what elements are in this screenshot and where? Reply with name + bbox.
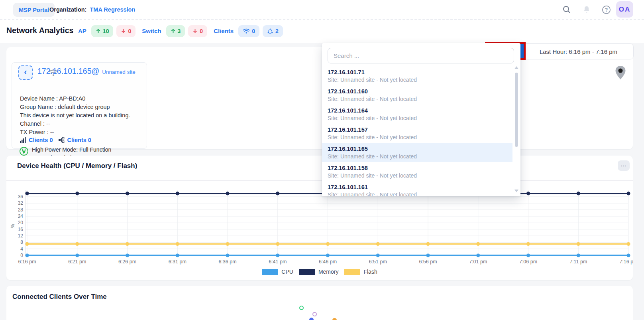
- device-name: Device Name : AP-BD:A0: [20, 95, 85, 102]
- group-name: Group Name : default device group: [20, 104, 110, 110]
- legend-item[interactable]: Memory: [299, 269, 339, 275]
- device-option-list: 172.16.101.71Site: Unnamed site - Not ye…: [322, 66, 512, 196]
- organization-label: Organization:: [49, 6, 86, 13]
- user-avatar[interactable]: OA: [616, 1, 633, 18]
- device-site-link[interactable]: Unnamed site: [102, 69, 135, 75]
- clients-wired-badge: 2: [263, 25, 283, 37]
- organization-name-link[interactable]: TMA Regression: [90, 6, 135, 13]
- notifications-bell-icon[interactable]: [581, 4, 593, 16]
- channel-value: Channel : --: [20, 120, 50, 127]
- device-stats: AP 10 0 Switch 3 0 Clients 0: [78, 20, 283, 42]
- map-pin-icon: [615, 65, 626, 80]
- msp-portal-button[interactable]: MSP Portal: [13, 3, 55, 17]
- svg-text:7:06 pm: 7:06 pm: [519, 259, 537, 265]
- device-option[interactable]: 172.16.101.158Site: Unnamed site - Not y…: [322, 162, 512, 181]
- device-health-card: Device Health (CPU / Memory / Flash) ...…: [6, 156, 633, 280]
- svg-text:24: 24: [18, 213, 24, 219]
- svg-text:7:11 pm: 7:11 pm: [569, 259, 587, 265]
- device-option-ip: 172.16.101.165: [328, 145, 512, 153]
- arrow-up-icon: [171, 28, 176, 34]
- wifi-icon: [243, 28, 250, 34]
- device-option-site: Site: Unnamed site - Not yet located: [328, 172, 512, 180]
- clients-row: Clients 0 Clients 0: [20, 137, 91, 143]
- page-header: Network Analytics AP 10 0 Switch 3 0 Cli…: [0, 20, 644, 43]
- scrollbar-thumb[interactable]: [515, 73, 518, 147]
- tx-power-value: TX Power : --: [20, 129, 54, 135]
- svg-text:6:16 pm: 6:16 pm: [18, 259, 36, 265]
- device-option[interactable]: 172.16.101.165Site: Unnamed site - Not y…: [322, 143, 512, 162]
- svg-text:8: 8: [20, 239, 23, 245]
- ap-up-badge: 10: [91, 25, 114, 37]
- wireless-clients-link[interactable]: Clients 0: [29, 137, 53, 143]
- device-search-input[interactable]: [328, 48, 514, 63]
- legend-swatch: [299, 269, 315, 275]
- svg-text:?: ?: [605, 7, 608, 12]
- device-option-site: Site: Unnamed site - Not yet located: [328, 76, 512, 84]
- time-range-selector[interactable]: Last Hour: 6:16 pm - 7:16 pm: [523, 43, 634, 59]
- svg-text:7:16 pm: 7:16 pm: [619, 259, 633, 265]
- legend-item[interactable]: CPU: [262, 269, 293, 275]
- loader-dot: [332, 318, 337, 320]
- device-dropdown-panel: 172.16.101.71Site: Unnamed site - Not ye…: [322, 43, 520, 196]
- organization-row: Organization: TMA Regression: [49, 0, 135, 19]
- device-option[interactable]: 172.16.101.161Site: Unnamed site - Not y…: [322, 181, 512, 196]
- device-overview-card: ‹ 172.16.101.165@ Unnamed site Device Na…: [6, 47, 633, 149]
- back-button[interactable]: ‹: [18, 65, 33, 80]
- svg-text:32: 32: [18, 200, 24, 206]
- svg-text:6:51 pm: 6:51 pm: [369, 259, 387, 265]
- legend-swatch: [262, 269, 278, 275]
- loader-dot: [309, 318, 314, 320]
- ap-down-badge: 0: [116, 25, 135, 37]
- device-option-site: Site: Unnamed site - Not yet located: [328, 191, 512, 196]
- chart-legend: CPUMemoryFlash: [6, 269, 633, 275]
- device-option-ip: 172.16.101.164: [328, 107, 512, 115]
- location-note: This device is not yet located on a buil…: [20, 112, 130, 119]
- svg-text:6:46 pm: 6:46 pm: [319, 259, 337, 265]
- search-icon[interactable]: [561, 4, 573, 16]
- loader-dot: [312, 312, 317, 316]
- svg-text:28: 28: [18, 207, 24, 213]
- svg-text:6:41 pm: 6:41 pm: [269, 259, 287, 265]
- svg-text:0: 0: [20, 253, 23, 258]
- device-option-site: Site: Unnamed site - Not yet located: [328, 153, 512, 160]
- power-plug-icon: [19, 146, 29, 156]
- scroll-down-arrow-icon[interactable]: [514, 190, 518, 192]
- wired-clients-link[interactable]: Clients 0: [67, 137, 91, 143]
- svg-text:6:31 pm: 6:31 pm: [169, 259, 187, 265]
- svg-text:6:21 pm: 6:21 pm: [68, 259, 86, 265]
- svg-text:7:01 pm: 7:01 pm: [469, 259, 487, 265]
- scroll-up-arrow-icon[interactable]: [514, 66, 518, 69]
- ap-label: AP: [78, 28, 86, 34]
- clients-label: Clients: [214, 28, 234, 34]
- device-option[interactable]: 172.16.101.164Site: Unnamed site - Not y…: [322, 105, 512, 124]
- device-option-ip: 172.16.101.160: [328, 88, 512, 95]
- device-option[interactable]: 172.16.101.71Site: Unnamed site - Not ye…: [322, 66, 512, 85]
- device-option-site: Site: Unnamed site - Not yet located: [328, 134, 512, 141]
- svg-text:4: 4: [20, 246, 23, 252]
- legend-label: Flash: [363, 269, 377, 275]
- connected-clients-title: Connected Clients Over Time: [12, 293, 107, 301]
- help-icon[interactable]: ?: [600, 4, 612, 16]
- device-option-ip: 172.16.101.157: [328, 126, 512, 134]
- topology-icon: [58, 137, 65, 143]
- svg-text:6:56 pm: 6:56 pm: [419, 259, 437, 265]
- device-option[interactable]: 172.16.101.157Site: Unnamed site - Not y…: [322, 124, 512, 143]
- device-option-ip: 172.16.101.158: [328, 164, 512, 172]
- device-option-ip: 172.16.101.71: [328, 69, 512, 76]
- switch-down-badge: 0: [188, 25, 207, 37]
- legend-item[interactable]: Flash: [344, 269, 377, 275]
- svg-text:6:36 pm: 6:36 pm: [218, 259, 236, 265]
- device-option[interactable]: 172.16.101.160Site: Unnamed site - Not y…: [322, 85, 512, 105]
- connected-clients-card: Connected Clients Over Time: [6, 286, 633, 320]
- legend-label: CPU: [281, 269, 293, 275]
- dropdown-scrollbar[interactable]: [514, 64, 519, 194]
- svg-text:%: %: [10, 224, 16, 228]
- page-title: Network Analytics: [6, 26, 73, 35]
- loader-dot: [299, 306, 304, 310]
- device-option-site: Site: Unnamed site - Not yet located: [328, 115, 512, 122]
- svg-text:36: 36: [18, 194, 24, 200]
- arrow-down-icon: [121, 28, 126, 34]
- svg-text:20: 20: [18, 220, 24, 225]
- clients-wireless-badge: 0: [238, 25, 259, 37]
- device-option-ip: 172.16.101.161: [328, 184, 512, 191]
